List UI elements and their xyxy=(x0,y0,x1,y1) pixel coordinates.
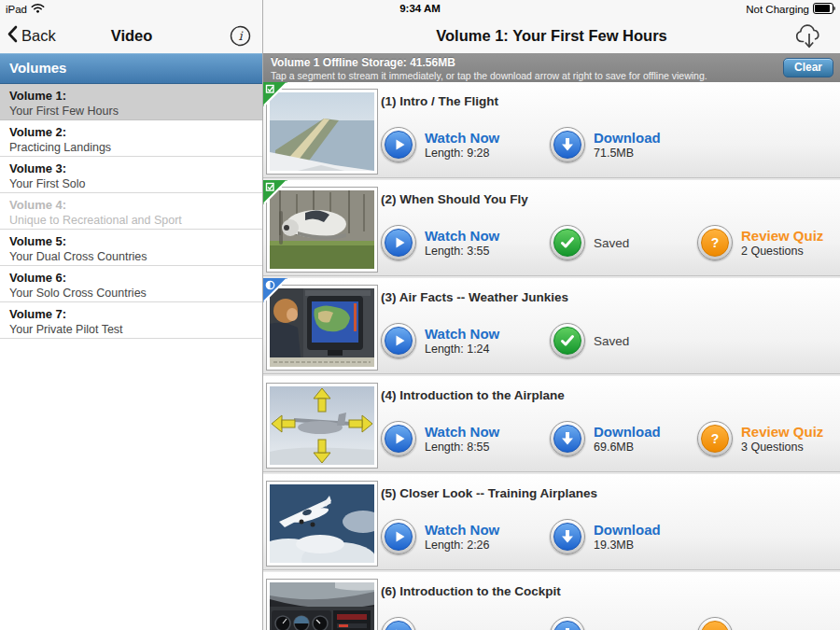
watch-now-button[interactable]: Watch Now Length: 8:55 xyxy=(381,421,550,456)
cockpit-panel-thumbnail xyxy=(267,580,377,630)
segment-list: (1) Intro / The Flight Watch Now Length:… xyxy=(263,82,840,630)
battery-status-label: Not Charging xyxy=(746,4,809,15)
watch-sublabel: Length: 9:28 xyxy=(425,147,499,160)
check-icon xyxy=(550,323,585,358)
segment-row[interactable]: (2) When Should You Fly Watch Now Length… xyxy=(263,180,840,276)
volume-item-subtitle: Your Dual Cross Countries xyxy=(9,250,253,263)
sidebar-item-volume-3[interactable]: Volume 3: Your First Solo xyxy=(0,157,262,193)
watch-now-button[interactable]: Watch Now Length: 1:24 xyxy=(381,323,550,358)
clear-button[interactable]: Clear xyxy=(783,58,833,77)
saved-indicator: Saved xyxy=(550,323,697,358)
download-sublabel: 69.6MB xyxy=(594,441,661,454)
watch-sublabel: Length: 2:26 xyxy=(425,539,499,552)
play-icon xyxy=(381,323,416,358)
back-label: Back xyxy=(21,27,56,45)
watch-label: Watch Now xyxy=(425,130,499,146)
check-icon xyxy=(550,225,585,260)
volume-item-title: Volume 6: xyxy=(9,271,253,285)
segment-row[interactable]: (3) Air Facts -- Weather Junkies Watch N… xyxy=(263,278,840,374)
volume-item-title: Volume 1: xyxy=(9,89,253,103)
airplane-axes-thumbnail xyxy=(267,384,377,468)
segment-title: (1) Intro / The Flight xyxy=(381,94,498,108)
review-quiz-button[interactable]: ? Review Quiz 2 Questions xyxy=(697,225,823,260)
review-quiz-button[interactable]: ? Review Quiz 3 Questions xyxy=(697,421,823,456)
question-icon: ? xyxy=(697,617,733,630)
play-icon xyxy=(381,127,416,162)
volume-item-title: Volume 2: xyxy=(9,125,253,139)
download-sublabel: 71.5MB xyxy=(594,147,661,160)
sidebar-item-volume-1[interactable]: Volume 1: Your First Few Hours xyxy=(0,84,262,120)
watch-now-button[interactable]: Watch Now Length: 3:55 xyxy=(381,225,550,260)
download-icon xyxy=(550,617,585,630)
saved-label: Saved xyxy=(594,236,629,250)
volume-item-title: Volume 4: xyxy=(9,198,253,212)
segment-row[interactable]: (1) Intro / The Flight Watch Now Length:… xyxy=(263,82,840,178)
sidebar-item-volume-7[interactable]: Volume 7: Your Private Pilot Test xyxy=(0,302,262,339)
download-button[interactable]: Download xyxy=(550,617,697,630)
segment-row[interactable]: (4) Introduction to the Airplane Watch N… xyxy=(263,376,840,472)
quiz-sublabel: 3 Questions xyxy=(741,441,823,454)
question-icon: ? xyxy=(697,225,733,260)
download-icon xyxy=(550,421,585,456)
airplane-flight-thumbnail xyxy=(267,482,377,566)
info-button[interactable]: i xyxy=(230,25,251,47)
download-label: Download xyxy=(594,130,661,146)
svg-text:i: i xyxy=(238,29,243,43)
quiz-label: Review Quiz xyxy=(741,228,823,244)
download-sublabel: 19.3MB xyxy=(594,539,661,552)
offline-storage-bar: Volume 1 Offline Storage: 41.56MB Tap a … xyxy=(263,53,840,82)
play-icon xyxy=(381,519,416,554)
quiz-label: Review Quiz xyxy=(741,424,823,440)
download-icon xyxy=(550,519,585,554)
svg-text:?: ? xyxy=(711,431,720,446)
download-button[interactable]: Download 19.3MB xyxy=(550,519,697,554)
play-icon xyxy=(381,617,416,630)
cloud-download-icon xyxy=(793,22,825,50)
download-label: Download xyxy=(594,522,661,538)
clock: 9:34 AM xyxy=(0,3,840,14)
in-progress-badge xyxy=(263,278,287,306)
quiz-label: Review Quiz xyxy=(741,627,823,630)
play-icon xyxy=(381,421,416,456)
volume-list: Volume 1: Your First Few Hours Volume 2:… xyxy=(0,84,262,339)
pane-divider xyxy=(262,0,263,630)
sidebar-item-volume-2[interactable]: Volume 2: Practicing Landings xyxy=(0,120,262,157)
volumes-header: Volumes xyxy=(0,53,262,84)
watch-now-button[interactable]: Watch Now Length: 9:28 xyxy=(381,127,550,162)
download-label: Download xyxy=(594,424,661,440)
download-icon xyxy=(550,127,585,162)
watch-label: Watch Now xyxy=(425,228,499,244)
download-button[interactable]: Download 69.6MB xyxy=(550,421,697,456)
review-quiz-button[interactable]: ? Review Quiz xyxy=(697,617,823,630)
sidebar-item-volume-6[interactable]: Volume 6: Your Solo Cross Countries xyxy=(0,266,262,302)
right-nav-bar: Volume 1: Your First Few Hours xyxy=(263,19,840,53)
watch-label: Watch Now xyxy=(425,522,499,538)
volume-item-subtitle: Unique to Recreational and Sport xyxy=(9,214,253,227)
segment-title: (2) When Should You Fly xyxy=(381,192,528,206)
watch-label: Watch Now xyxy=(425,424,499,440)
saved-indicator: Saved xyxy=(550,225,697,260)
volume-item-title: Volume 7: xyxy=(9,307,253,321)
question-icon: ? xyxy=(697,421,733,456)
segment-row[interactable]: (6) Introduction to the Cockpit Watch No… xyxy=(263,572,840,630)
download-button[interactable]: Download 71.5MB xyxy=(550,127,697,162)
offline-storage-subtitle: Tap a segment to stream it immediately, … xyxy=(271,70,707,81)
cloud-download-button[interactable] xyxy=(793,22,825,54)
segment-title: (6) Introduction to the Cockpit xyxy=(381,584,561,598)
watch-now-button[interactable]: Watch Now Length: 2:26 xyxy=(381,519,550,554)
sidebar-item-volume-4: Volume 4: Unique to Recreational and Spo… xyxy=(0,193,262,230)
back-chevron-icon xyxy=(7,25,18,47)
offline-storage-title: Volume 1 Offline Storage: 41.56MB xyxy=(271,56,455,69)
back-button[interactable]: Back xyxy=(7,19,56,53)
sidebar-item-volume-5[interactable]: Volume 5: Your Dual Cross Countries xyxy=(0,230,262,266)
volume-item-subtitle: Your First Solo xyxy=(9,177,253,190)
watch-label: Watch Now xyxy=(425,627,499,630)
segment-row[interactable]: (5) Closer Look -- Training Airplanes Wa… xyxy=(263,474,840,570)
volume-item-title: Volume 5: xyxy=(9,234,253,248)
volume-item-subtitle: Your First Few Hours xyxy=(9,105,253,118)
segment-title: (3) Air Facts -- Weather Junkies xyxy=(381,290,568,304)
watch-now-button[interactable]: Watch Now xyxy=(381,617,550,630)
status-bar: iPad 9:34 AM Not Charging xyxy=(0,0,840,19)
watch-sublabel: Length: 3:55 xyxy=(425,245,499,258)
volumes-sidebar: Volumes Volume 1: Your First Few Hours V… xyxy=(0,53,262,630)
